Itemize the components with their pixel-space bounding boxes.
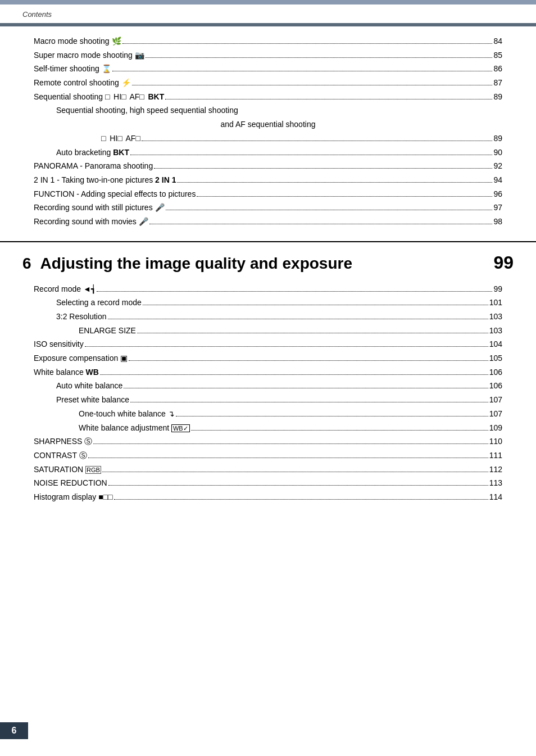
toc-section-1: Macro mode shooting 🌿 84 Super macro mod… (0, 26, 536, 236)
list-item: Remote control shooting ⚡ 87 (34, 77, 502, 89)
page-number: 6 (0, 722, 28, 739)
list-item: Auto white balance 106 (34, 380, 502, 392)
list-item: Preset white balance 107 (34, 394, 502, 406)
list-item: White balance WB 106 (34, 366, 502, 379)
chapter-number: 6 (22, 255, 31, 273)
list-item: White balance adjustment WB✓ 109 (34, 422, 502, 434)
list-item: 2 IN 1 - Taking two-in-one pictures 2 IN… (34, 174, 502, 187)
page-container: Contents Macro mode shooting 🌿 84 Super … (0, 0, 536, 756)
list-item: Recording sound with movies 🎤 98 (34, 216, 502, 228)
list-item: Record mode ◄┪ 99 (34, 283, 502, 296)
chapter-heading: 6 Adjusting the image quality and exposu… (22, 252, 514, 273)
list-item: Self-timer shooting ⌛ 86 (34, 63, 502, 75)
list-item: Super macro mode shooting 📷 85 (34, 49, 502, 62)
list-item: ISO sensitivity 104 (34, 338, 502, 351)
top-bar (0, 0, 536, 4)
chapter-heading-section: 6 Adjusting the image quality and exposu… (0, 241, 536, 278)
list-item: ENLARGE SIZE 103 (34, 325, 502, 337)
contents-label: Contents (0, 4, 536, 23)
list-item: Sequential shooting, high speed sequenti… (34, 105, 502, 117)
toc-section-2: Record mode ◄┪ 99 Selecting a record mod… (0, 278, 536, 511)
list-item: Auto bracketing BKT 90 (34, 147, 502, 159)
list-item: Sequential shooting □ HI□ AF□ BKT 89 (34, 91, 502, 103)
list-item: PANORAMA - Panorama shooting 92 (34, 160, 502, 173)
chapter-title: Adjusting the image quality and exposure (40, 255, 352, 273)
list-item: Exposure compensation ▣ 105 (34, 352, 502, 365)
list-item: and AF sequential shooting (34, 119, 502, 131)
list-item: □ HI□ AF□ 89 (34, 133, 502, 145)
list-item: SHARPNESS Ⓢ 110 (34, 436, 502, 448)
list-item: Macro mode shooting 🌿 84 (34, 35, 502, 48)
list-item: FUNCTION - Adding special effects to pic… (34, 188, 502, 201)
list-item: One-touch white balance ↴ 107 (34, 408, 502, 420)
chapter-page: 99 (493, 252, 514, 273)
list-item: Histogram display ■□□ 114 (34, 491, 502, 504)
list-item: Recording sound with still pictures 🎤 97 (34, 202, 502, 214)
list-item: NOISE REDUCTION 113 (34, 477, 502, 490)
list-item: SATURATION RGB 112 (34, 464, 502, 476)
list-item: Selecting a record mode 101 (34, 297, 502, 309)
list-item: CONTRAST Ⓢ 111 (34, 450, 502, 462)
list-item: 3:2 Resolution 103 (34, 311, 502, 323)
